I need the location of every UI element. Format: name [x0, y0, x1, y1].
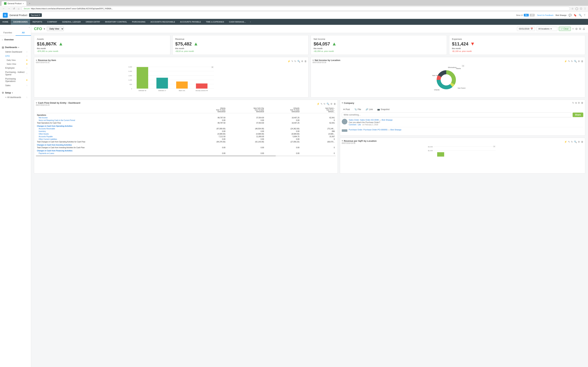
sidebar-item-cfo[interactable]: CFO ☆ [2, 54, 29, 58]
file-btn[interactable]: 📎 File [353, 108, 363, 111]
nav-general-ledger[interactable]: GENERAL LEDGER [60, 19, 83, 25]
revenue-edit-icon[interactable]: ✎ [291, 60, 293, 63]
duplicate-btn[interactable]: ⧉ [579, 27, 581, 30]
bookmark-icon[interactable]: 🔖 [574, 14, 577, 17]
all-dashboards-star[interactable]: ☆ [26, 96, 28, 99]
daily-view-star[interactable]: ★ [26, 59, 28, 61]
nav-time-expenses[interactable]: TIME & EXPENSES [203, 19, 226, 25]
revenue-delete-icon[interactable]: 🗑 [304, 60, 307, 63]
sidebar-item-employee[interactable]: Employee ☆ [2, 66, 29, 70]
feedback-link[interactable]: Send Us Feedback [537, 14, 553, 16]
sqft-settings-icon[interactable]: ⚙ [578, 141, 580, 143]
new-tab-btn[interactable]: + [27, 1, 32, 6]
revenue-filter-icon[interactable]: ⚡ [287, 60, 290, 63]
share-button[interactable]: Share [573, 113, 583, 117]
sidebar-tab-favorites[interactable]: Favorites [0, 30, 16, 36]
sqft-edit-icon[interactable]: ✎ [568, 141, 570, 143]
tab-close-btn[interactable]: ✕ [23, 3, 24, 5]
revenue-settings-icon[interactable]: ⚙ [301, 60, 303, 63]
nav-cash-management[interactable]: CASH MANAGE... [227, 19, 248, 25]
nav-more-btn[interactable]: › [248, 19, 252, 25]
clear-button[interactable]: ✓ Clear [559, 27, 571, 31]
reload-btn[interactable]: ↺ [12, 7, 16, 10]
top-level-dropdown[interactable]: Top level ▾ [29, 13, 42, 17]
sales-view-star[interactable]: ★ [26, 63, 28, 65]
ni-search-icon[interactable]: 🔍 [574, 60, 577, 63]
sqft-filter-icon[interactable]: ⚡ [564, 141, 567, 143]
company-external-icon[interactable]: ⧉ [575, 101, 577, 104]
view-dropdown[interactable]: Daily View [47, 26, 64, 31]
cf-search-icon[interactable]: 🔍 [327, 103, 329, 105]
nav-accounts-receivable[interactable]: ACCOUNTS RECEIVABLE [148, 19, 177, 25]
like-link[interactable]: Like [358, 124, 361, 126]
comment-link[interactable]: Comment [349, 124, 356, 126]
nav-reports[interactable]: REPORTS [30, 19, 45, 25]
cfo-star[interactable]: ☆ [26, 55, 28, 57]
forward-btn[interactable]: → [7, 7, 11, 10]
nav-accounts-payable[interactable]: ACCOUNTS PAYABLE [178, 19, 204, 25]
ni-delete-icon[interactable]: 🗑 [581, 60, 583, 63]
home-btn[interactable]: ⌂ [17, 7, 20, 10]
nav-dashboards[interactable]: DASHBOARDS [11, 19, 30, 25]
sidebar-item-daily-view[interactable]: Daily View ★ [2, 58, 29, 62]
sidebar-item-all-dashboards[interactable]: + All dashboards ☆ [2, 95, 29, 100]
purchasing-ops-star[interactable]: ★ [26, 79, 28, 81]
company-settings-icon[interactable]: ⚙ [578, 101, 580, 104]
star-btn[interactable]: ☆ [571, 7, 574, 10]
sales-star[interactable]: ☆ [26, 84, 28, 87]
nav-company[interactable]: COMPANY [45, 19, 60, 25]
cf-refresh-icon[interactable]: ↻ [324, 103, 326, 105]
purchasing-indirect-star[interactable]: ☆ [26, 72, 28, 75]
sidebar-item-sales-view[interactable]: Sales View ★ [2, 62, 29, 66]
sqft-refresh-icon[interactable]: ↻ [571, 141, 573, 143]
sqft-delete-icon[interactable]: 🗑 [581, 141, 583, 143]
company-refresh-icon[interactable]: ↻ [572, 101, 574, 104]
ni-filter-icon[interactable]: ⚡ [564, 60, 567, 63]
sidebar-item-sales[interactable]: Sales ☆ [2, 83, 29, 88]
search-icon[interactable]: 🔍 [579, 14, 582, 17]
revenue-search-icon[interactable]: 🔍 [297, 60, 300, 63]
activity-title-2[interactable]: Purchase Order: Purchase Order-PO-000055… [349, 129, 583, 131]
back-btn[interactable]: ← [2, 7, 6, 10]
print-btn[interactable]: 🖨 [582, 27, 585, 30]
activity-input[interactable] [342, 112, 571, 117]
post-btn[interactable]: ✉ Post [342, 108, 351, 111]
sidebar-collapse-btn[interactable]: ‹ [0, 25, 31, 30]
activity-title-1[interactable]: Sales Order: Sales Order-SO-0048 — Bob S… [349, 119, 583, 121]
cf-filter-icon[interactable]: ⚡ [317, 103, 320, 105]
ni-refresh-icon[interactable]: ↻ [571, 60, 573, 63]
company-delete-icon[interactable]: 🗑 [581, 101, 583, 104]
beta-off-btn[interactable]: Off [530, 14, 535, 17]
dashboard-title-chevron[interactable]: ▾ [44, 27, 45, 30]
revenue-collapse-btn[interactable]: ▾ [36, 59, 37, 61]
nav-home[interactable]: HOME [0, 19, 11, 25]
nav-order-entry[interactable]: ORDER ENTRY [83, 19, 103, 25]
cashflow-collapse-btn[interactable]: ▾ [36, 102, 37, 104]
link-btn[interactable]: 🔗 Link [364, 108, 374, 111]
sidebar-overview-header[interactable]: ○ Overview [2, 37, 29, 42]
nav-inventory-control[interactable]: INVENTORY CONTROL [103, 19, 130, 25]
sidebar-dashboards-header[interactable]: ▤ Dashboards ▾ [2, 45, 29, 50]
snapshot-btn[interactable]: 📷 Snapshot [376, 108, 391, 111]
admin-dashboard-star[interactable]: ☆ [26, 51, 28, 53]
profile-icon[interactable]: ◯ [575, 7, 578, 10]
extension-icon[interactable]: ⬡ [580, 7, 582, 10]
sidebar-setup-header[interactable]: ⚙ Setup ▾ [2, 90, 29, 95]
chat-icon[interactable]: 💬 [569, 14, 571, 17]
settings-icon[interactable]: ⋮ [584, 7, 586, 10]
url-bar[interactable]: Secure https://www.intacct.com/ia/acct/f… [21, 7, 570, 10]
sidebar-item-purchasing-ops[interactable]: Purchasing Operations ★ [2, 77, 29, 83]
ni-edit-icon[interactable]: ✎ [568, 60, 570, 63]
cf-settings-icon[interactable]: ⚙ [330, 103, 332, 105]
active-tab[interactable]: General Product ✕ [1, 1, 26, 6]
help-icon[interactable]: ? [584, 14, 585, 17]
beta-on-btn[interactable]: On [524, 14, 529, 17]
net-income-collapse-btn[interactable]: ▾ [312, 59, 314, 61]
sqft-search-icon[interactable]: 🔍 [574, 141, 577, 143]
cf-edit-icon[interactable]: ✎ [320, 103, 322, 105]
nav-purchasing[interactable]: PURCHASING [130, 19, 148, 25]
locations-dropdown[interactable]: All locations ▾ [536, 27, 557, 31]
settings-btn[interactable]: ⚙ [575, 27, 578, 31]
sidebar-item-purchasing-indirect[interactable]: Purchasing - Indirect Spend ☆ [2, 70, 29, 77]
employee-star[interactable]: ☆ [26, 67, 28, 69]
